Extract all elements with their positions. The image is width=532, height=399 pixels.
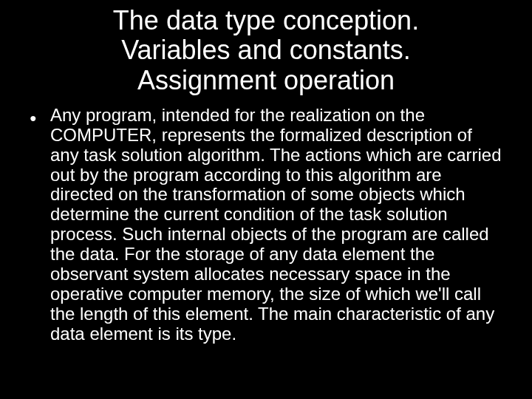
body-row: ● Any program, intended for the realizat… [30, 106, 502, 344]
slide-title: The data type conception. Variables and … [113, 6, 419, 95]
body-text: Any program, intended for the realizatio… [50, 106, 502, 344]
bullet-icon: ● [30, 106, 50, 128]
slide: The data type conception. Variables and … [0, 0, 532, 399]
title-line-3: Assignment operation [137, 65, 395, 95]
title-line-1: The data type conception. [113, 5, 419, 35]
title-line-2: Variables and constants. [121, 35, 411, 65]
